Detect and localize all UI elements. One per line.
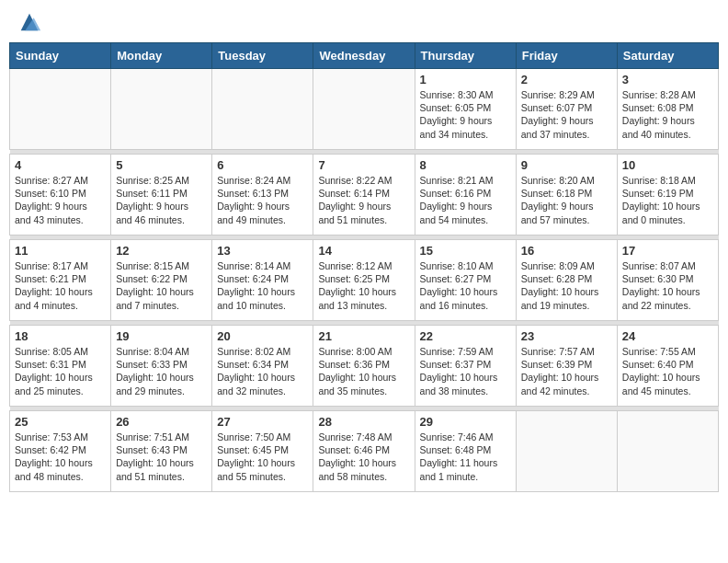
day-number: 17 (622, 244, 713, 258)
day-cell: 25Sunrise: 7:53 AM Sunset: 6:42 PM Dayli… (10, 411, 111, 492)
day-number: 3 (622, 73, 713, 86)
day-cell: 24Sunrise: 7:55 AM Sunset: 6:40 PM Dayli… (617, 326, 718, 407)
day-cell: 2Sunrise: 8:29 AM Sunset: 6:07 PM Daylig… (516, 69, 617, 150)
day-number: 27 (217, 415, 308, 429)
header-tuesday: Tuesday (212, 43, 313, 69)
day-cell: 3Sunrise: 8:28 AM Sunset: 6:08 PM Daylig… (617, 69, 718, 150)
day-number: 2 (521, 73, 612, 86)
header-sunday: Sunday (10, 43, 111, 69)
header-thursday: Thursday (415, 43, 516, 69)
day-cell: 12Sunrise: 8:15 AM Sunset: 6:22 PM Dayli… (111, 240, 212, 321)
day-number: 5 (116, 158, 207, 172)
day-number: 7 (318, 158, 409, 172)
day-number: 16 (521, 244, 612, 258)
day-number: 1 (420, 73, 511, 86)
day-number: 25 (15, 415, 106, 429)
day-cell: 18Sunrise: 8:05 AM Sunset: 6:31 PM Dayli… (10, 326, 111, 407)
header-saturday: Saturday (617, 43, 718, 69)
day-number: 4 (15, 158, 106, 172)
week-row-3: 11Sunrise: 8:17 AM Sunset: 6:21 PM Dayli… (10, 240, 719, 321)
day-number: 28 (318, 415, 409, 429)
day-number: 20 (217, 329, 308, 343)
day-cell (313, 69, 415, 150)
day-number: 19 (116, 329, 207, 343)
day-cell: 8Sunrise: 8:21 AM Sunset: 6:16 PM Daylig… (415, 155, 516, 236)
day-cell (10, 69, 111, 150)
day-info: Sunrise: 8:25 AM Sunset: 6:11 PM Dayligh… (116, 174, 207, 226)
day-info: Sunrise: 7:50 AM Sunset: 6:45 PM Dayligh… (217, 431, 308, 483)
day-info: Sunrise: 7:46 AM Sunset: 6:48 PM Dayligh… (420, 431, 511, 483)
day-info: Sunrise: 7:55 AM Sunset: 6:40 PM Dayligh… (622, 345, 713, 397)
page-header (9, 9, 719, 35)
day-number: 29 (420, 415, 511, 429)
day-number: 10 (622, 158, 713, 172)
day-number: 15 (420, 244, 511, 258)
day-cell: 21Sunrise: 8:00 AM Sunset: 6:36 PM Dayli… (313, 326, 415, 407)
day-info: Sunrise: 8:21 AM Sunset: 6:16 PM Dayligh… (420, 174, 511, 226)
day-cell: 16Sunrise: 8:09 AM Sunset: 6:28 PM Dayli… (516, 240, 617, 321)
day-info: Sunrise: 8:00 AM Sunset: 6:36 PM Dayligh… (318, 345, 409, 397)
header-row: SundayMondayTuesdayWednesdayThursdayFrid… (10, 43, 719, 69)
day-number: 8 (420, 158, 511, 172)
day-info: Sunrise: 8:22 AM Sunset: 6:14 PM Dayligh… (318, 174, 409, 226)
day-number: 12 (116, 244, 207, 258)
week-row-1: 1Sunrise: 8:30 AM Sunset: 6:05 PM Daylig… (10, 69, 719, 150)
day-cell: 23Sunrise: 7:57 AM Sunset: 6:39 PM Dayli… (516, 326, 617, 407)
day-cell: 13Sunrise: 8:14 AM Sunset: 6:24 PM Dayli… (212, 240, 313, 321)
day-info: Sunrise: 8:18 AM Sunset: 6:19 PM Dayligh… (622, 174, 713, 226)
day-cell: 20Sunrise: 8:02 AM Sunset: 6:34 PM Dayli… (212, 326, 313, 407)
day-cell (617, 411, 718, 492)
day-number: 26 (116, 415, 207, 429)
day-number: 23 (521, 329, 612, 343)
logo (13, 9, 42, 35)
header-friday: Friday (516, 43, 617, 69)
day-info: Sunrise: 8:14 AM Sunset: 6:24 PM Dayligh… (217, 259, 308, 312)
day-cell: 14Sunrise: 8:12 AM Sunset: 6:25 PM Dayli… (313, 240, 415, 321)
day-info: Sunrise: 8:04 AM Sunset: 6:33 PM Dayligh… (116, 345, 207, 397)
day-info: Sunrise: 8:05 AM Sunset: 6:31 PM Dayligh… (15, 345, 106, 397)
day-info: Sunrise: 8:24 AM Sunset: 6:13 PM Dayligh… (217, 174, 308, 226)
day-info: Sunrise: 8:17 AM Sunset: 6:21 PM Dayligh… (15, 259, 106, 312)
day-cell: 27Sunrise: 7:50 AM Sunset: 6:45 PM Dayli… (212, 411, 313, 492)
calendar-table: SundayMondayTuesdayWednesdayThursdayFrid… (9, 42, 719, 492)
day-cell: 22Sunrise: 7:59 AM Sunset: 6:37 PM Dayli… (415, 326, 516, 407)
day-cell: 1Sunrise: 8:30 AM Sunset: 6:05 PM Daylig… (415, 69, 516, 150)
day-number: 14 (318, 244, 409, 258)
day-info: Sunrise: 7:51 AM Sunset: 6:43 PM Dayligh… (116, 431, 207, 483)
logo-icon (17, 9, 42, 35)
day-info: Sunrise: 8:02 AM Sunset: 6:34 PM Dayligh… (217, 345, 308, 397)
day-info: Sunrise: 8:29 AM Sunset: 6:07 PM Dayligh… (521, 88, 612, 141)
day-info: Sunrise: 7:57 AM Sunset: 6:39 PM Dayligh… (521, 345, 612, 397)
week-row-4: 18Sunrise: 8:05 AM Sunset: 6:31 PM Dayli… (10, 326, 719, 407)
day-number: 24 (622, 329, 713, 343)
day-cell: 10Sunrise: 8:18 AM Sunset: 6:19 PM Dayli… (617, 155, 718, 236)
day-cell: 5Sunrise: 8:25 AM Sunset: 6:11 PM Daylig… (111, 155, 212, 236)
day-info: Sunrise: 8:30 AM Sunset: 6:05 PM Dayligh… (420, 88, 511, 141)
day-cell: 19Sunrise: 8:04 AM Sunset: 6:33 PM Dayli… (111, 326, 212, 407)
day-info: Sunrise: 8:28 AM Sunset: 6:08 PM Dayligh… (622, 88, 713, 141)
day-number: 13 (217, 244, 308, 258)
day-info: Sunrise: 8:27 AM Sunset: 6:10 PM Dayligh… (15, 174, 106, 226)
week-row-5: 25Sunrise: 7:53 AM Sunset: 6:42 PM Dayli… (10, 411, 719, 492)
day-cell (516, 411, 617, 492)
header-monday: Monday (111, 43, 212, 69)
day-cell: 17Sunrise: 8:07 AM Sunset: 6:30 PM Dayli… (617, 240, 718, 321)
day-info: Sunrise: 8:15 AM Sunset: 6:22 PM Dayligh… (116, 259, 207, 312)
day-info: Sunrise: 7:59 AM Sunset: 6:37 PM Dayligh… (420, 345, 511, 397)
day-number: 18 (15, 329, 106, 343)
day-info: Sunrise: 8:20 AM Sunset: 6:18 PM Dayligh… (521, 174, 612, 226)
header-wednesday: Wednesday (313, 43, 415, 69)
day-number: 9 (521, 158, 612, 172)
day-info: Sunrise: 8:09 AM Sunset: 6:28 PM Dayligh… (521, 259, 612, 312)
day-cell: 7Sunrise: 8:22 AM Sunset: 6:14 PM Daylig… (313, 155, 415, 236)
day-cell: 4Sunrise: 8:27 AM Sunset: 6:10 PM Daylig… (10, 155, 111, 236)
day-cell: 28Sunrise: 7:48 AM Sunset: 6:46 PM Dayli… (313, 411, 415, 492)
day-info: Sunrise: 8:07 AM Sunset: 6:30 PM Dayligh… (622, 259, 713, 312)
day-info: Sunrise: 8:12 AM Sunset: 6:25 PM Dayligh… (318, 259, 409, 312)
day-info: Sunrise: 7:48 AM Sunset: 6:46 PM Dayligh… (318, 431, 409, 483)
day-number: 11 (15, 244, 106, 258)
day-info: Sunrise: 8:10 AM Sunset: 6:27 PM Dayligh… (420, 259, 511, 312)
day-cell: 29Sunrise: 7:46 AM Sunset: 6:48 PM Dayli… (415, 411, 516, 492)
week-row-2: 4Sunrise: 8:27 AM Sunset: 6:10 PM Daylig… (10, 155, 719, 236)
day-number: 22 (420, 329, 511, 343)
